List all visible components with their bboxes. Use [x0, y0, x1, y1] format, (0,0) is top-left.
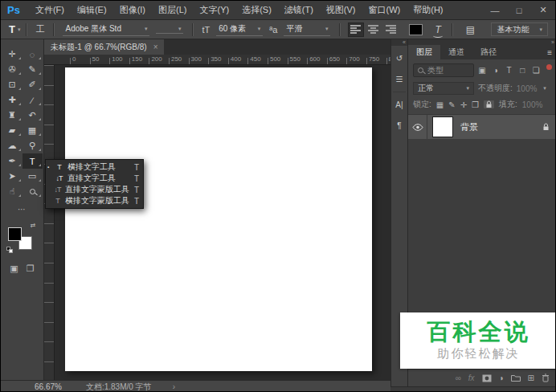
- align-left-button[interactable]: [348, 22, 364, 37]
- maximize-button[interactable]: □: [507, 1, 531, 19]
- layer-filter-select[interactable]: 类型: [413, 63, 474, 77]
- menu-item[interactable]: 图层(L): [152, 1, 193, 19]
- menu-item-vertical-type-mask[interactable]: ↓T 直排文字蒙版工具 T: [46, 184, 143, 195]
- properties-panel-icon[interactable]: ☰: [391, 71, 407, 88]
- zoom-level[interactable]: 66.67%: [35, 382, 62, 391]
- filter-toggle-icon[interactable]: [546, 64, 552, 70]
- menu-item-vertical-type[interactable]: ↓T 直排文字工具 T: [46, 173, 143, 184]
- adjustment-layer-icon[interactable]: ◑: [499, 374, 504, 382]
- layer-thumbnail[interactable]: [432, 116, 453, 137]
- filter-type-icon[interactable]: T: [504, 66, 515, 75]
- lock-artboard-icon[interactable]: ❐: [472, 100, 479, 109]
- panel-menu-icon[interactable]: ≡: [547, 45, 556, 59]
- zoom-tool[interactable]: [22, 184, 43, 199]
- dodge-tool[interactable]: ⚲: [22, 138, 43, 153]
- align-center-button[interactable]: [366, 22, 382, 37]
- paragraph-panel-icon[interactable]: ¶: [391, 117, 407, 134]
- align-right-button[interactable]: [383, 22, 399, 37]
- lock-pixels-icon[interactable]: ✎: [448, 100, 455, 109]
- menu-item-horizontal-type-mask[interactable]: T 横排文字蒙版工具 T: [46, 195, 143, 206]
- canvas[interactable]: [65, 67, 372, 371]
- tab-paths[interactable]: 路径: [472, 45, 505, 59]
- menu-item[interactable]: 帮助(H): [407, 1, 449, 19]
- anti-alias-select[interactable]: 平滑 ▾: [284, 22, 330, 36]
- gradient-tool[interactable]: ▦: [22, 123, 43, 138]
- warp-text-icon[interactable]: T: [435, 24, 440, 35]
- filter-smart-object-icon[interactable]: ❏: [530, 66, 542, 75]
- toggle-panels-icon[interactable]: ▤: [466, 24, 475, 35]
- tab-layers[interactable]: 图层: [408, 45, 440, 59]
- blur-tool[interactable]: ☁: [2, 138, 22, 153]
- hand-tool[interactable]: ☝: [2, 184, 22, 199]
- quick-selection-tool[interactable]: ✎: [22, 62, 43, 77]
- link-layers-icon[interactable]: ∞: [456, 374, 461, 382]
- document-tab[interactable]: 未标题-1 @ 66.7%(RGB/8) ×: [44, 39, 164, 55]
- menu-item[interactable]: 滤镜(T): [278, 1, 320, 19]
- vertical-type-icon: ↓T: [52, 174, 66, 182]
- path-selection-tool[interactable]: ➤: [2, 169, 22, 184]
- foreground-color-swatch[interactable]: [8, 227, 22, 241]
- workspace-select[interactable]: 基本功能 ▾: [491, 22, 548, 36]
- fill-value[interactable]: 100%: [522, 100, 543, 109]
- swap-colors-icon[interactable]: ⇄: [31, 222, 36, 229]
- screen-mode-icon[interactable]: ❐: [27, 263, 35, 274]
- clone-stamp-tool[interactable]: ♜: [2, 108, 22, 123]
- history-brush-tool[interactable]: ↶: [22, 108, 43, 123]
- menu-item[interactable]: 编辑(E): [71, 1, 113, 19]
- shape-tool[interactable]: ▭: [22, 169, 43, 184]
- brush-tool[interactable]: ∕: [22, 92, 43, 108]
- menu-item-horizontal-type[interactable]: ▪ T 横排文字工具 T: [46, 161, 143, 173]
- photoshop-window: Ps 文件(F)编辑(E)图像(I)图层(L)文字(Y)选择(S)滤镜(T)视图…: [0, 0, 556, 392]
- expand-dock-icon[interactable]: «: [391, 39, 407, 46]
- history-panel-icon[interactable]: ↺: [391, 50, 407, 67]
- new-layer-icon[interactable]: ⊞: [528, 374, 534, 382]
- text-color-swatch[interactable]: [409, 24, 423, 35]
- lock-transparent-icon[interactable]: ▦: [436, 100, 444, 109]
- menu-item[interactable]: 图像(I): [113, 1, 152, 19]
- font-size-select[interactable]: 60 像素 ▾: [216, 22, 263, 36]
- opacity-value[interactable]: 100%: [517, 84, 538, 93]
- filter-adjustment-icon[interactable]: ◑: [490, 66, 501, 75]
- add-mask-icon[interactable]: [482, 374, 492, 382]
- crop-tool[interactable]: ⊡: [2, 77, 22, 92]
- type-tool-icon[interactable]: T: [9, 23, 15, 35]
- edit-toolbar-icon[interactable]: ⋯: [1, 205, 43, 214]
- menu-item[interactable]: 文件(F): [29, 1, 71, 19]
- marquee-tool[interactable]: ◌: [22, 47, 43, 62]
- blend-mode-select[interactable]: 正常 ▾: [413, 82, 474, 95]
- font-style-select[interactable]: ▾: [156, 25, 183, 34]
- close-button[interactable]: ✕: [531, 1, 555, 19]
- filter-pixel-icon[interactable]: ▣: [476, 66, 488, 75]
- character-panel-icon[interactable]: A|: [391, 96, 407, 113]
- healing-brush-tool[interactable]: ✚: [2, 92, 22, 108]
- status-chevron-icon[interactable]: ›: [173, 382, 175, 391]
- font-family-select[interactable]: Adobe 黑体 Std ▾: [63, 22, 149, 36]
- default-colors-icon[interactable]: [6, 247, 14, 254]
- chevron-down-icon[interactable]: ▾: [18, 27, 21, 33]
- tab-channels[interactable]: 通道: [440, 45, 472, 59]
- layer-row-background[interactable]: 背景: [408, 115, 556, 139]
- eraser-tool[interactable]: ▰: [2, 123, 22, 138]
- lock-all-icon[interactable]: [484, 100, 494, 108]
- pen-tool[interactable]: ✒: [2, 153, 22, 169]
- menu-item[interactable]: 文字(Y): [193, 1, 235, 19]
- lock-position-icon[interactable]: ✛: [460, 100, 467, 109]
- visibility-toggle[interactable]: [408, 115, 427, 139]
- lasso-tool[interactable]: ✇: [2, 62, 22, 77]
- menu-item[interactable]: 窗口(W): [362, 1, 407, 19]
- eyedropper-tool[interactable]: ✐: [22, 77, 43, 92]
- new-group-icon[interactable]: [511, 374, 521, 382]
- close-tab-icon[interactable]: ×: [153, 43, 158, 51]
- vertical-ruler: [44, 65, 55, 380]
- layer-style-fx-icon[interactable]: fx: [468, 374, 475, 382]
- menu-item[interactable]: 视图(V): [320, 1, 362, 19]
- delete-layer-icon[interactable]: [542, 374, 550, 382]
- type-tool[interactable]: T: [22, 153, 43, 169]
- menu-item[interactable]: 选择(S): [235, 1, 278, 19]
- text-orientation-icon[interactable]: 工: [35, 23, 44, 35]
- filter-shape-icon[interactable]: □: [517, 66, 528, 75]
- collapse-dock-icon[interactable]: »: [408, 39, 556, 45]
- move-tool[interactable]: ✛: [2, 47, 22, 62]
- minimize-button[interactable]: —: [483, 1, 507, 19]
- quick-mask-icon[interactable]: ▣: [10, 263, 18, 274]
